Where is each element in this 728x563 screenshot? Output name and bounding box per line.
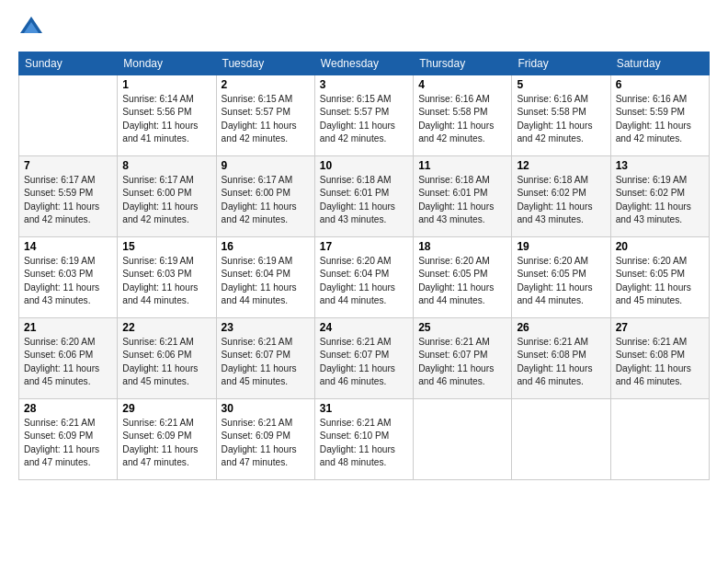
day-info: Sunrise: 6:18 AM Sunset: 6:02 PM Dayligh…	[517, 174, 605, 226]
day-number: 30	[222, 402, 310, 415]
day-cell: 21Sunrise: 6:20 AM Sunset: 6:06 PM Dayli…	[19, 318, 118, 399]
day-cell: 11Sunrise: 6:18 AM Sunset: 6:01 PM Dayli…	[414, 156, 512, 237]
day-number: 19	[517, 240, 605, 253]
day-number: 16	[222, 240, 310, 253]
day-number: 31	[320, 402, 408, 415]
weekday-header-monday: Monday	[118, 52, 216, 75]
day-info: Sunrise: 6:20 AM Sunset: 6:06 PM Dayligh…	[24, 336, 112, 388]
weekday-header-wednesday: Wednesday	[314, 52, 413, 75]
day-cell	[414, 399, 512, 480]
day-info: Sunrise: 6:18 AM Sunset: 6:01 PM Dayligh…	[320, 174, 408, 226]
week-row-4: 21Sunrise: 6:20 AM Sunset: 6:06 PM Dayli…	[19, 318, 710, 399]
week-row-1: 1Sunrise: 6:14 AM Sunset: 5:56 PM Daylig…	[19, 75, 710, 156]
day-cell: 16Sunrise: 6:19 AM Sunset: 6:04 PM Dayli…	[216, 237, 314, 318]
day-info: Sunrise: 6:21 AM Sunset: 6:07 PM Dayligh…	[418, 336, 506, 388]
day-info: Sunrise: 6:16 AM Sunset: 5:59 PM Dayligh…	[616, 93, 704, 145]
day-info: Sunrise: 6:18 AM Sunset: 6:01 PM Dayligh…	[418, 174, 506, 226]
day-number: 20	[616, 240, 704, 253]
day-cell: 26Sunrise: 6:21 AM Sunset: 6:08 PM Dayli…	[512, 318, 610, 399]
day-cell: 30Sunrise: 6:21 AM Sunset: 6:09 PM Dayli…	[216, 399, 314, 480]
logo	[18, 15, 48, 40]
day-info: Sunrise: 6:21 AM Sunset: 6:10 PM Dayligh…	[320, 417, 408, 469]
day-cell	[512, 399, 610, 480]
week-row-3: 14Sunrise: 6:19 AM Sunset: 6:03 PM Dayli…	[19, 237, 710, 318]
day-number: 13	[616, 159, 704, 172]
day-cell: 13Sunrise: 6:19 AM Sunset: 6:02 PM Dayli…	[610, 156, 709, 237]
day-info: Sunrise: 6:15 AM Sunset: 5:57 PM Dayligh…	[320, 93, 408, 145]
day-number: 22	[122, 321, 210, 334]
day-number: 1	[122, 78, 210, 91]
day-number: 3	[320, 78, 408, 91]
day-cell: 18Sunrise: 6:20 AM Sunset: 6:05 PM Dayli…	[414, 237, 512, 318]
day-cell: 14Sunrise: 6:19 AM Sunset: 6:03 PM Dayli…	[19, 237, 118, 318]
day-info: Sunrise: 6:15 AM Sunset: 5:57 PM Dayligh…	[222, 93, 310, 145]
day-number: 8	[122, 159, 210, 172]
weekday-header-sunday: Sunday	[19, 52, 118, 75]
day-info: Sunrise: 6:17 AM Sunset: 6:00 PM Dayligh…	[222, 174, 310, 226]
weekday-header-saturday: Saturday	[610, 52, 709, 75]
day-number: 5	[517, 78, 605, 91]
day-number: 7	[24, 159, 112, 172]
day-info: Sunrise: 6:21 AM Sunset: 6:09 PM Dayligh…	[222, 417, 310, 469]
day-cell: 8Sunrise: 6:17 AM Sunset: 6:00 PM Daylig…	[118, 156, 216, 237]
day-info: Sunrise: 6:20 AM Sunset: 6:04 PM Dayligh…	[320, 255, 408, 307]
weekday-header-row: SundayMondayTuesdayWednesdayThursdayFrid…	[19, 52, 710, 75]
day-cell: 20Sunrise: 6:20 AM Sunset: 6:05 PM Dayli…	[610, 237, 709, 318]
day-number: 15	[122, 240, 210, 253]
weekday-header-friday: Friday	[512, 52, 610, 75]
calendar-table: SundayMondayTuesdayWednesdayThursdayFrid…	[18, 52, 710, 480]
day-info: Sunrise: 6:19 AM Sunset: 6:02 PM Dayligh…	[616, 174, 704, 226]
day-info: Sunrise: 6:19 AM Sunset: 6:03 PM Dayligh…	[24, 255, 112, 307]
day-number: 27	[616, 321, 704, 334]
day-info: Sunrise: 6:16 AM Sunset: 5:58 PM Dayligh…	[418, 93, 506, 145]
day-info: Sunrise: 6:20 AM Sunset: 6:05 PM Dayligh…	[517, 255, 605, 307]
day-cell: 12Sunrise: 6:18 AM Sunset: 6:02 PM Dayli…	[512, 156, 610, 237]
day-cell: 9Sunrise: 6:17 AM Sunset: 6:00 PM Daylig…	[216, 156, 314, 237]
day-info: Sunrise: 6:20 AM Sunset: 6:05 PM Dayligh…	[418, 255, 506, 307]
day-cell: 25Sunrise: 6:21 AM Sunset: 6:07 PM Dayli…	[414, 318, 512, 399]
day-number: 2	[222, 78, 310, 91]
day-number: 18	[418, 240, 506, 253]
day-cell: 3Sunrise: 6:15 AM Sunset: 5:57 PM Daylig…	[314, 75, 413, 156]
day-number: 28	[24, 402, 112, 415]
header	[18, 15, 710, 40]
day-cell: 10Sunrise: 6:18 AM Sunset: 6:01 PM Dayli…	[314, 156, 413, 237]
day-info: Sunrise: 6:19 AM Sunset: 6:04 PM Dayligh…	[222, 255, 310, 307]
day-cell: 28Sunrise: 6:21 AM Sunset: 6:09 PM Dayli…	[19, 399, 118, 480]
day-number: 4	[418, 78, 506, 91]
day-number: 25	[418, 321, 506, 334]
day-info: Sunrise: 6:21 AM Sunset: 6:06 PM Dayligh…	[122, 336, 210, 388]
day-cell	[610, 399, 709, 480]
day-info: Sunrise: 6:17 AM Sunset: 6:00 PM Dayligh…	[122, 174, 210, 226]
day-cell: 23Sunrise: 6:21 AM Sunset: 6:07 PM Dayli…	[216, 318, 314, 399]
day-cell: 31Sunrise: 6:21 AM Sunset: 6:10 PM Dayli…	[314, 399, 413, 480]
day-cell: 4Sunrise: 6:16 AM Sunset: 5:58 PM Daylig…	[414, 75, 512, 156]
day-info: Sunrise: 6:14 AM Sunset: 5:56 PM Dayligh…	[122, 93, 210, 145]
week-row-5: 28Sunrise: 6:21 AM Sunset: 6:09 PM Dayli…	[19, 399, 710, 480]
day-cell: 19Sunrise: 6:20 AM Sunset: 6:05 PM Dayli…	[512, 237, 610, 318]
day-info: Sunrise: 6:21 AM Sunset: 6:09 PM Dayligh…	[24, 417, 112, 469]
day-cell: 17Sunrise: 6:20 AM Sunset: 6:04 PM Dayli…	[314, 237, 413, 318]
day-number: 10	[320, 159, 408, 172]
day-number: 26	[517, 321, 605, 334]
day-cell: 27Sunrise: 6:21 AM Sunset: 6:08 PM Dayli…	[610, 318, 709, 399]
day-info: Sunrise: 6:17 AM Sunset: 5:59 PM Dayligh…	[24, 174, 112, 226]
week-row-2: 7Sunrise: 6:17 AM Sunset: 5:59 PM Daylig…	[19, 156, 710, 237]
logo-icon	[18, 15, 44, 40]
day-info: Sunrise: 6:21 AM Sunset: 6:08 PM Dayligh…	[517, 336, 605, 388]
day-info: Sunrise: 6:21 AM Sunset: 6:08 PM Dayligh…	[616, 336, 704, 388]
day-info: Sunrise: 6:20 AM Sunset: 6:05 PM Dayligh…	[616, 255, 704, 307]
day-cell: 22Sunrise: 6:21 AM Sunset: 6:06 PM Dayli…	[118, 318, 216, 399]
day-cell: 7Sunrise: 6:17 AM Sunset: 5:59 PM Daylig…	[19, 156, 118, 237]
day-number: 11	[418, 159, 506, 172]
day-info: Sunrise: 6:16 AM Sunset: 5:58 PM Dayligh…	[517, 93, 605, 145]
day-cell: 1Sunrise: 6:14 AM Sunset: 5:56 PM Daylig…	[118, 75, 216, 156]
day-cell: 5Sunrise: 6:16 AM Sunset: 5:58 PM Daylig…	[512, 75, 610, 156]
day-info: Sunrise: 6:19 AM Sunset: 6:03 PM Dayligh…	[122, 255, 210, 307]
day-number: 12	[517, 159, 605, 172]
day-number: 14	[24, 240, 112, 253]
day-cell: 24Sunrise: 6:21 AM Sunset: 6:07 PM Dayli…	[314, 318, 413, 399]
day-number: 21	[24, 321, 112, 334]
page: SundayMondayTuesdayWednesdayThursdayFrid…	[0, 0, 728, 563]
day-info: Sunrise: 6:21 AM Sunset: 6:07 PM Dayligh…	[320, 336, 408, 388]
